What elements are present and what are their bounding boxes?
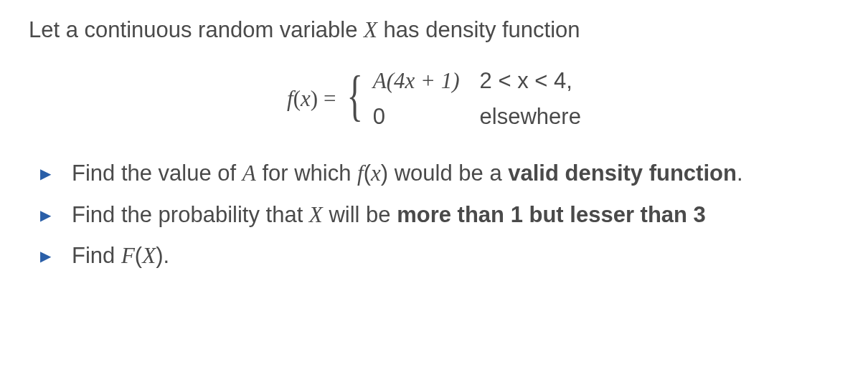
item1-t2: would be a [388, 161, 508, 186]
case2-expr: 0 [373, 101, 460, 132]
item1-t0: Find the value of [72, 161, 242, 186]
item3-fn: F [121, 243, 135, 268]
intro-var: X [364, 17, 377, 42]
equation-lhs: f(x) = [287, 83, 336, 114]
list-item: ▶ Find the probability that X will be mo… [72, 199, 839, 230]
triangle-icon: ▶ [40, 163, 51, 183]
item1-fn: f [357, 161, 364, 186]
eq-arg: x [301, 86, 311, 111]
cases-block: A(4x + 1) 2 < x < 4, 0 elsewhere [373, 65, 581, 132]
bullet-list: ▶ Find the value of A for which f(x) wou… [29, 158, 839, 271]
item2-bold: more than 1 but lesser than 3 [397, 202, 706, 227]
brace-icon: { [347, 74, 363, 118]
case2-expr-text: 0 [373, 104, 385, 129]
item3-t1: . [163, 243, 169, 268]
list-item: ▶ Find the value of A for which f(x) wou… [72, 158, 839, 188]
case1-cond-text: 2 < x < 4, [480, 68, 572, 93]
triangle-icon: ▶ [40, 205, 51, 225]
item2-t0: Find the probability that [72, 202, 309, 227]
case1-expr: A(4x + 1) [373, 65, 460, 96]
item2-t1: will be [323, 202, 397, 227]
eq-rparen: ) [311, 86, 318, 111]
item3-rp: ) [156, 243, 163, 268]
case1-expr-text: A(4x + 1) [373, 68, 460, 93]
intro-suffix: has density function [377, 17, 580, 42]
intro-text: Let a continuous random variable X has d… [29, 14, 839, 45]
eq-equals: = [324, 86, 336, 111]
case2-cond: elsewhere [480, 101, 581, 132]
item1-t3: . [737, 161, 743, 186]
item3-t0: Find [72, 243, 121, 268]
case2-cond-text: elsewhere [480, 104, 581, 129]
equation-row: f(x) = { A(4x + 1) 2 < x < 4, 0 elsewher… [287, 65, 581, 132]
item3-lp: ( [135, 243, 142, 268]
intro-prefix: Let a continuous random variable [29, 17, 364, 42]
eq-fn: f [287, 86, 293, 111]
case1-cond: 2 < x < 4, [480, 65, 581, 96]
item1-v0: A [242, 161, 256, 186]
density-equation: f(x) = { A(4x + 1) 2 < x < 4, 0 elsewher… [29, 65, 839, 132]
item1-arg: x [371, 161, 381, 186]
item1-rp: ) [381, 161, 388, 186]
item1-lp: ( [364, 161, 371, 186]
item3-arg: X [142, 243, 156, 268]
triangle-icon: ▶ [40, 246, 51, 266]
item2-v0: X [309, 202, 323, 227]
item1-bold: valid density function [508, 161, 737, 186]
list-item: ▶ Find F(X). [72, 240, 839, 271]
item1-t1: for which [256, 161, 357, 186]
eq-lparen: ( [293, 86, 301, 111]
